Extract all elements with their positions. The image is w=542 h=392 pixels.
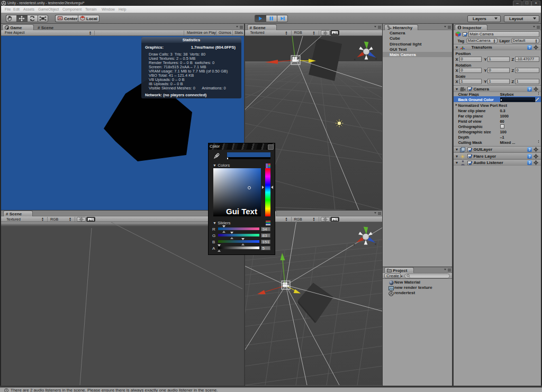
svg-text:z: z (375, 242, 376, 245)
svg-text:z: z (375, 57, 377, 60)
